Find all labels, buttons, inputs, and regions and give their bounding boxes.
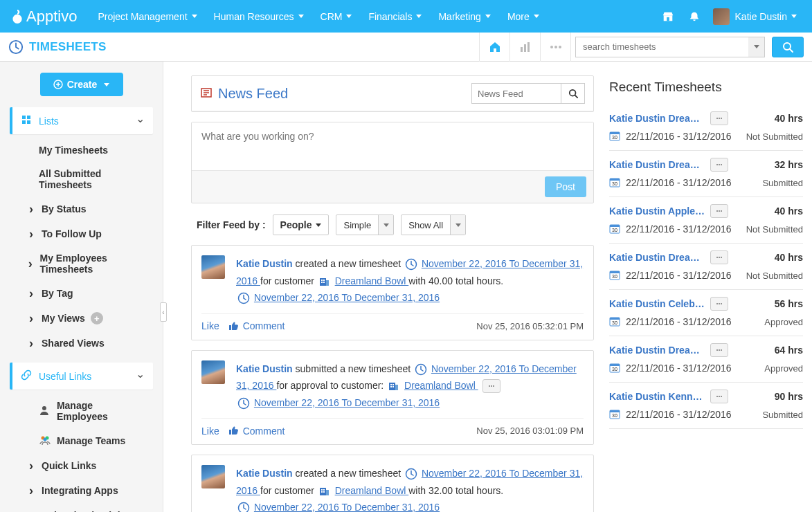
avatar: [201, 360, 225, 384]
timesheet-period-link[interactable]: November 22, 2016 To December 31, 2016: [254, 292, 440, 303]
recent-timesheet-link[interactable]: Katie Dustin Kennedy...: [609, 391, 706, 402]
nav-item[interactable]: Human Resources: [206, 0, 312, 33]
sidebar-section-useful-links[interactable]: Useful Links: [10, 363, 153, 390]
sidebar-item[interactable]: Manage Employees: [10, 394, 153, 428]
like-button[interactable]: Like: [201, 320, 219, 331]
recent-timesheet-link[interactable]: Katie Dustin Apple C...: [609, 205, 706, 217]
search-button[interactable]: [772, 37, 804, 57]
date-range: 22/11/2016 - 31/12/2016: [626, 131, 732, 142]
users-icon: [39, 435, 51, 447]
status-label: Approved: [764, 317, 803, 327]
search-input[interactable]: [575, 37, 748, 57]
sidebar-collapse-handle[interactable]: ‹: [160, 302, 167, 322]
thumb-up-icon[interactable]: [228, 320, 239, 333]
tab-home[interactable]: [480, 33, 510, 62]
composer-input[interactable]: [192, 122, 593, 171]
hours-value: 40 hrs: [775, 205, 803, 217]
newsfeed-search-input[interactable]: [471, 83, 561, 104]
sidebar-item[interactable]: My Timesheets: [10, 138, 153, 162]
chevron-down-icon: [136, 371, 145, 382]
feed-item: Katie Dustin created a new timesheet Nov…: [191, 455, 594, 512]
filter-simple-dropdown[interactable]: Simple: [336, 214, 394, 235]
tab-more[interactable]: [541, 33, 571, 62]
grid-icon: [21, 114, 32, 127]
more-icon[interactable]: [710, 297, 728, 311]
app-store-icon[interactable]: [655, 0, 681, 33]
chevron-down-icon: [346, 15, 352, 18]
chevron-down-icon: [791, 15, 797, 18]
brand-logo[interactable]: Apptivo: [10, 8, 77, 26]
sidebar-item[interactable]: Shared Views: [10, 331, 153, 356]
hours-value: 32 hrs: [775, 159, 803, 170]
feed-item: Katie Dustin created a new timesheet Nov…: [191, 245, 594, 340]
chevron-down-icon: [298, 15, 304, 18]
sidebar-item[interactable]: My Views+: [10, 306, 153, 331]
chevron-down-icon: [416, 15, 422, 18]
sidebar-item[interactable]: My Employees Timesheets: [10, 246, 153, 281]
recent-timesheet-link[interactable]: Katie Dustin Celebrati...: [609, 298, 706, 309]
calendar-icon: [609, 131, 620, 142]
thumb-up-icon[interactable]: [228, 424, 239, 437]
add-view-icon[interactable]: +: [91, 312, 103, 324]
user-menu[interactable]: Katie Dustin: [707, 0, 802, 33]
clock-icon: [415, 363, 427, 376]
newsfeed-search-button[interactable]: [561, 83, 585, 104]
clock-icon: [237, 397, 250, 410]
nav-item[interactable]: Project Management: [89, 0, 205, 33]
filter-showall-dropdown[interactable]: Show All: [401, 214, 466, 235]
nav-item[interactable]: More: [499, 0, 548, 33]
customer-link[interactable]: Dreamland Bowl: [335, 485, 409, 496]
sidebar-item[interactable]: Related Help Links: [10, 503, 153, 512]
sidebar-item[interactable]: By Status: [10, 196, 153, 221]
hours-value: 90 hrs: [775, 391, 803, 402]
chevron-down-icon: [136, 116, 145, 127]
sidebar-item[interactable]: Quick Links: [10, 453, 153, 478]
author-link[interactable]: Katie Dustin: [236, 258, 293, 269]
search-dropdown[interactable]: [748, 37, 765, 57]
recent-timesheet-link[interactable]: Katie Dustin Dreamla...: [609, 159, 706, 170]
hours-value: 64 hrs: [775, 345, 803, 356]
newsfeed-panel: News Feed: [191, 75, 594, 112]
author-link[interactable]: Katie Dustin: [236, 468, 293, 479]
recent-timesheet-link[interactable]: Katie Dustin Dreamla...: [609, 113, 706, 124]
nav-item[interactable]: Financials: [360, 0, 430, 33]
hours-value: 40 hrs: [775, 252, 803, 263]
sidebar-item[interactable]: To Follow Up: [10, 221, 153, 246]
timesheet-period-link[interactable]: November 22, 2016 To December 31, 2016: [254, 397, 440, 408]
more-icon[interactable]: [710, 343, 728, 357]
author-link[interactable]: Katie Dustin: [236, 363, 293, 374]
app-title[interactable]: TIMESHEETS: [8, 39, 107, 55]
post-button[interactable]: Post: [545, 176, 586, 197]
filter-people-dropdown[interactable]: People: [273, 214, 330, 235]
create-button[interactable]: Create: [40, 73, 123, 96]
timesheet-period-link[interactable]: November 22, 2016 To December 31, 2016: [254, 502, 440, 512]
more-icon[interactable]: [482, 379, 500, 393]
sidebar-item[interactable]: All Submitted Timesheets: [10, 162, 153, 196]
user-name: Katie Dustin: [735, 11, 787, 22]
more-icon[interactable]: [710, 250, 728, 264]
nav-item[interactable]: CRM: [312, 0, 361, 33]
more-icon[interactable]: [710, 390, 728, 403]
notifications-icon[interactable]: [681, 0, 707, 33]
comment-button[interactable]: Comment: [243, 426, 285, 437]
tab-reports[interactable]: [510, 33, 541, 62]
recent-timesheet-row: Katie Dustin Apple C... 40 hrs 22/11/201…: [609, 197, 803, 244]
more-icon[interactable]: [710, 158, 728, 172]
customer-link[interactable]: Dreamland Bowl: [404, 380, 478, 391]
sidebar-item[interactable]: By Tag: [10, 281, 153, 306]
more-icon[interactable]: [710, 204, 728, 218]
like-button[interactable]: Like: [201, 426, 219, 437]
sidebar-item[interactable]: Integrating Apps: [10, 478, 153, 503]
customer-link[interactable]: Dreamland Bowl: [335, 275, 409, 286]
recent-timesheet-row: Katie Dustin Dreamla... 40 hrs 22/11/201…: [609, 104, 803, 151]
sidebar-item[interactable]: Manage Teams: [10, 428, 153, 453]
more-icon[interactable]: [710, 111, 728, 125]
comment-button[interactable]: Comment: [243, 320, 285, 331]
sidebar-section-lists[interactable]: Lists: [10, 107, 153, 134]
recent-timesheet-link[interactable]: Katie Dustin Dreamla...: [609, 252, 706, 263]
date-range: 22/11/2016 - 31/12/2016: [626, 316, 732, 327]
building-icon: [388, 381, 399, 392]
nav-item[interactable]: Marketing: [430, 0, 498, 33]
recent-timesheet-link[interactable]: Katie Dustin Dreamla...: [609, 345, 706, 356]
status-label: Not Submitted: [746, 131, 803, 142]
